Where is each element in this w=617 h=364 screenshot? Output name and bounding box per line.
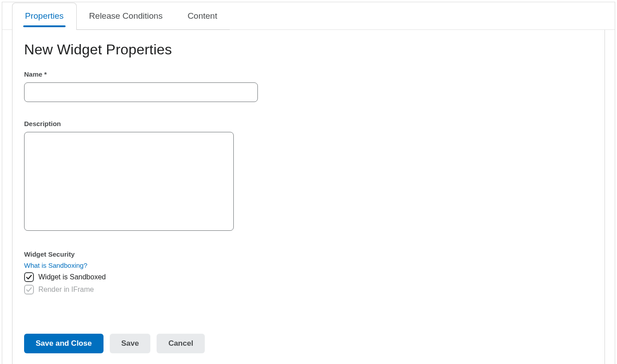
name-input[interactable] [24,82,258,102]
tab-strip: Properties Release Conditions Content [2,2,615,30]
checkbox-row-iframe: Render in IFrame [24,285,593,294]
save-button[interactable]: Save [110,334,151,353]
widget-security-heading: Widget Security [24,250,593,258]
name-label: Name * [24,70,593,78]
checkbox-row-sandboxed: Widget is Sandboxed [24,272,593,282]
properties-panel: New Widget Properties Name * Description… [12,30,605,364]
tab-release-conditions[interactable]: Release Conditions [77,3,175,30]
save-and-close-button[interactable]: Save and Close [24,334,104,353]
page-container: Properties Release Conditions Content Ne… [2,2,615,364]
description-label: Description [24,120,593,127]
iframe-checkbox-label: Render in IFrame [38,286,94,294]
sandboxed-checkbox[interactable] [24,272,34,282]
action-buttons: Save and Close Save Cancel [24,334,593,353]
tab-content[interactable]: Content [175,3,230,30]
sandboxed-checkbox-label: Widget is Sandboxed [38,273,106,281]
tab-properties[interactable]: Properties [12,3,77,30]
sandboxing-help-link[interactable]: What is Sandboxing? [24,262,87,269]
page-title: New Widget Properties [24,41,593,58]
checkmark-icon [26,274,32,280]
checkmark-icon [26,286,32,293]
iframe-checkbox [24,285,34,294]
cancel-button[interactable]: Cancel [157,334,205,353]
description-input[interactable] [24,132,234,231]
